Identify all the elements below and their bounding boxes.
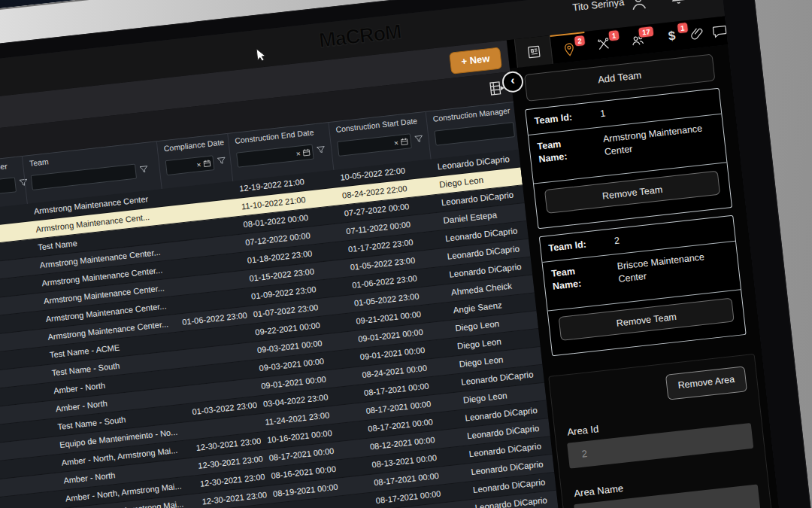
mouse-cursor <box>256 47 269 65</box>
user-profile-icon[interactable] <box>628 0 650 13</box>
team-name-label: Team Name: <box>550 262 607 303</box>
team-name-value: Armstrong Maintenance Center <box>589 121 718 171</box>
tab-locations[interactable]: 2 <box>550 32 587 65</box>
area-id-label: Area Id <box>567 423 599 438</box>
clear-filter-icon[interactable]: × <box>393 138 398 149</box>
bell-icon[interactable] <box>668 0 689 8</box>
tab-badge: 2 <box>574 35 586 46</box>
clear-filter-icon[interactable]: × <box>196 160 201 171</box>
calendar-icon[interactable] <box>399 135 410 150</box>
team-name-label: Team Name: <box>537 135 593 176</box>
team-id-label: Team Id: <box>534 109 587 128</box>
app-logo: MaCRoM <box>318 20 402 53</box>
tab-news[interactable] <box>514 35 553 68</box>
clear-filter-icon[interactable]: × <box>295 148 301 160</box>
app-screen: MaCRoM Tito Serinya + New Number <box>0 0 793 508</box>
tab-badge: 17 <box>639 26 654 38</box>
new-button[interactable]: + New <box>449 47 502 74</box>
filter-funnel-icon[interactable] <box>316 144 327 158</box>
number-filter-input[interactable] <box>0 177 17 199</box>
tab-badge: 1 <box>677 23 689 33</box>
team-card: Team Id: 1 Team Name: Armstrong Maintena… <box>525 88 732 230</box>
user-name: Tito Serinya <box>572 0 625 13</box>
filter-funnel-icon[interactable] <box>138 163 150 178</box>
tab-finance[interactable]: $ 1 <box>653 20 691 53</box>
dollar-icon: $ <box>668 29 677 44</box>
start-date-filter-input[interactable]: × <box>337 133 412 157</box>
filter-funnel-icon[interactable] <box>216 154 227 169</box>
team-card: Team Id: 2 Team Name: Briscoe Maintenanc… <box>539 215 747 357</box>
team-name-value: Briscoe Maintenance Center <box>603 248 732 298</box>
compliance-filter-input[interactable]: × <box>165 155 215 175</box>
tab-badge: 1 <box>608 30 620 41</box>
filter-funnel-icon[interactable] <box>414 132 425 147</box>
data-grid: Number Team Compliance Date <box>0 102 575 508</box>
team-id-label: Team Id: <box>548 236 601 255</box>
area-section: Remove Area Area Id 2 Area Name ACME <box>548 354 785 508</box>
tab-tools[interactable]: 1 <box>584 28 622 60</box>
remove-area-button[interactable]: Remove Area <box>665 366 747 400</box>
paperclip-icon[interactable] <box>688 24 706 42</box>
end-date-filter-input[interactable]: × <box>236 144 314 168</box>
manager-filter-input[interactable] <box>434 122 515 146</box>
area-name-label: Area Name <box>574 482 624 499</box>
tab-people[interactable]: 17 <box>619 24 656 56</box>
grid-rows: Armstrong Maintenance Center12-19-2022 2… <box>0 150 575 508</box>
calendar-icon[interactable] <box>301 146 312 160</box>
news-icon <box>525 43 542 60</box>
calendar-icon[interactable] <box>202 157 213 172</box>
column-compliance-date[interactable]: Compliance Date × <box>156 134 232 190</box>
